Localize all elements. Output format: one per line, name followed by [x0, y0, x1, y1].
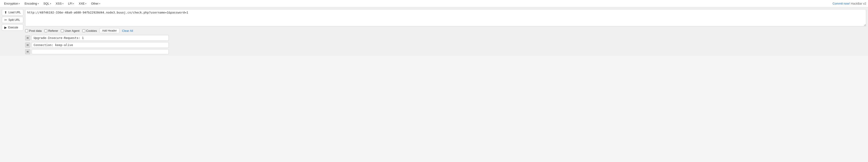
- menu-sql[interactable]: SQL ▾: [41, 0, 54, 7]
- menu-other-label: Other: [91, 2, 98, 5]
- url-input[interactable]: http://48f46192-336e-48a0-a680-94fb22920…: [25, 9, 866, 26]
- menu-other[interactable]: Other ▾: [89, 0, 103, 7]
- menu-bar: Encryption ▾ Encoding ▾ SQL ▾ XSS ▾ LFI …: [0, 0, 868, 7]
- header-badge-3: H: [25, 49, 30, 54]
- header-badge-1: H: [25, 35, 30, 40]
- add-header-label: Add Header: [102, 29, 117, 32]
- referer-checkbox[interactable]: [44, 29, 47, 32]
- user-agent-label: User Agent: [65, 29, 79, 32]
- sidebar-buttons: ⬆ Load URL ✂ Split URL ▶ Execute: [2, 9, 23, 54]
- menu-lfi[interactable]: LFI ▾: [66, 0, 76, 7]
- xxe-chevron-icon: ▾: [85, 2, 86, 5]
- add-header-button[interactable]: Add Header: [100, 28, 119, 33]
- header-badge-2: H: [25, 43, 30, 48]
- user-agent-checkbox[interactable]: [61, 29, 64, 32]
- cookies-checkbox[interactable]: [82, 29, 85, 32]
- post-data-checkbox[interactable]: [25, 29, 28, 32]
- menu-encoding[interactable]: Encoding ▾: [22, 0, 41, 7]
- cookies-checkbox-label[interactable]: Cookies: [82, 29, 97, 32]
- menu-lfi-label: LFI: [68, 2, 72, 5]
- encoding-chevron-icon: ▾: [38, 2, 39, 5]
- commit-now-link[interactable]: Commit now!: [833, 2, 850, 5]
- hackbar-version-label: HackBar v2: [851, 2, 866, 5]
- split-url-icon: ✂: [4, 18, 7, 22]
- url-area: http://48f46192-336e-48a0-a680-94fb22920…: [25, 9, 866, 54]
- execute-label: Execute: [8, 26, 18, 29]
- user-agent-checkbox-label[interactable]: User Agent: [61, 29, 79, 32]
- menu-xxe-label: XXE: [79, 2, 85, 5]
- sql-chevron-icon: ▾: [50, 2, 51, 5]
- header-row-2: H: [25, 42, 866, 48]
- split-url-button[interactable]: ✂ Split URL: [2, 17, 23, 23]
- header-input-1[interactable]: [32, 35, 169, 41]
- load-url-button[interactable]: ⬆ Load URL: [2, 9, 23, 16]
- menu-encryption-label: Encryption: [4, 2, 18, 5]
- options-row: Post data Referer User Agent Cookies Add…: [25, 28, 866, 33]
- menu-xss-label: XSS: [56, 2, 62, 5]
- post-data-label: Post data: [29, 29, 41, 32]
- load-url-label: Load URL: [8, 11, 21, 14]
- referer-label: Referer: [48, 29, 58, 32]
- header-input-3[interactable]: [32, 49, 169, 54]
- menu-xxe[interactable]: XXE ▾: [76, 0, 89, 7]
- load-url-icon: ⬆: [4, 10, 7, 14]
- post-data-checkbox-label[interactable]: Post data: [25, 29, 41, 32]
- menu-encoding-label: Encoding: [25, 2, 37, 5]
- clear-all-link[interactable]: Clear All: [122, 29, 133, 32]
- split-url-label: Split URL: [8, 18, 20, 22]
- referer-checkbox-label[interactable]: Referer: [44, 29, 58, 32]
- menu-xss[interactable]: XSS ▾: [54, 0, 66, 7]
- other-chevron-icon: ▾: [99, 2, 100, 5]
- header-row-3: H: [25, 49, 866, 54]
- header-row-1: H: [25, 35, 866, 41]
- lfi-chevron-icon: ▾: [73, 2, 74, 5]
- menu-sql-label: SQL: [43, 2, 50, 5]
- execute-button[interactable]: ▶ Execute: [2, 24, 23, 31]
- header-input-2[interactable]: [32, 42, 169, 48]
- cookies-label: Cookies: [86, 29, 97, 32]
- xss-chevron-icon: ▾: [62, 2, 64, 5]
- header-rows: H H H: [25, 35, 866, 54]
- main-content: ⬆ Load URL ✂ Split URL ▶ Execute http://…: [0, 7, 868, 56]
- encryption-chevron-icon: ▾: [19, 2, 20, 5]
- execute-icon: ▶: [4, 26, 7, 29]
- menu-encryption[interactable]: Encryption ▾: [2, 0, 22, 7]
